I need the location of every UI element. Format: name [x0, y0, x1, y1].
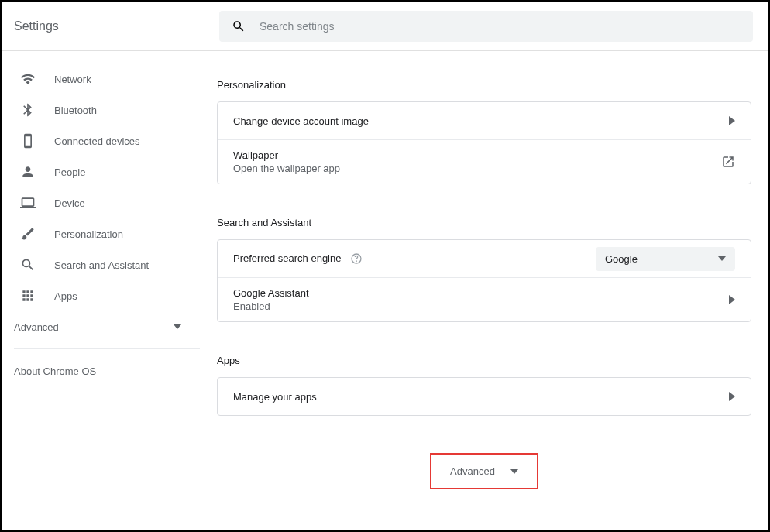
row-change-image[interactable]: Change device account image: [218, 102, 751, 139]
app-title: Settings: [14, 19, 219, 33]
chevron-right-icon: [729, 116, 735, 125]
sidebar-item-people[interactable]: People: [2, 156, 200, 187]
divider: [14, 348, 200, 349]
person-icon: [20, 164, 36, 180]
sidebar-item-apps[interactable]: Apps: [2, 280, 200, 311]
chevron-right-icon: [729, 392, 735, 401]
phone-icon: [20, 133, 36, 149]
sidebar-advanced-label: Advanced: [14, 321, 59, 333]
search-icon: [20, 257, 36, 273]
sidebar-item-label: Personalization: [54, 228, 123, 240]
sidebar-item-bluetooth[interactable]: Bluetooth: [2, 94, 200, 125]
sidebar-item-label: Device: [54, 197, 85, 209]
sidebar-item-network[interactable]: Network: [2, 63, 200, 94]
bluetooth-icon: [20, 102, 36, 118]
search-engine-select[interactable]: Google: [596, 247, 735, 271]
row-label: Preferred search engine: [233, 252, 341, 264]
brush-icon: [20, 226, 36, 242]
sidebar-advanced[interactable]: Advanced: [2, 311, 200, 342]
chevron-down-icon: [718, 256, 726, 261]
sidebar-item-search[interactable]: Search and Assistant: [2, 249, 200, 280]
search-icon: [232, 19, 246, 33]
chevron-right-icon: [729, 295, 735, 304]
apps-icon: [20, 288, 36, 304]
laptop-icon: [20, 195, 36, 211]
sidebar-about[interactable]: About Chrome OS: [2, 355, 200, 386]
chevron-down-icon: [510, 469, 518, 474]
sidebar-item-device[interactable]: Device: [2, 187, 200, 218]
search-input[interactable]: [260, 20, 741, 33]
sidebar-item-connected[interactable]: Connected devices: [2, 125, 200, 156]
launch-icon: [721, 155, 735, 169]
advanced-toggle[interactable]: Advanced: [430, 453, 538, 489]
search-card: Preferred search engine Google Google As…: [217, 239, 751, 322]
row-label: Manage your apps: [233, 391, 729, 403]
section-title-apps: Apps: [217, 342, 751, 377]
select-value: Google: [605, 253, 638, 265]
chevron-down-icon: [174, 324, 181, 329]
row-manage-apps[interactable]: Manage your apps: [218, 378, 751, 415]
row-label: Google Assistant: [233, 287, 729, 299]
sidebar-item-label: Network: [54, 74, 91, 85]
search-container[interactable]: [219, 11, 753, 42]
section-title-search: Search and Assistant: [217, 204, 751, 239]
sidebar-item-personalization[interactable]: Personalization: [2, 218, 200, 249]
header: Settings: [2, 2, 768, 51]
sidebar: Network Bluetooth Connected devices Peop…: [2, 51, 200, 530]
content: Personalization Change device account im…: [200, 51, 768, 530]
sidebar-item-label: Bluetooth: [54, 105, 97, 116]
advanced-toggle-label: Advanced: [450, 465, 495, 477]
row-sublabel: Open the wallpaper app: [233, 163, 721, 174]
sidebar-item-label: Search and Assistant: [54, 259, 149, 271]
sidebar-about-label: About Chrome OS: [14, 366, 96, 377]
sidebar-item-label: Apps: [54, 290, 77, 302]
apps-card: Manage your apps: [217, 377, 751, 416]
row-search-engine: Preferred search engine Google: [218, 240, 751, 277]
row-label: Wallpaper: [233, 149, 721, 161]
section-title-personalization: Personalization: [217, 67, 751, 101]
row-wallpaper[interactable]: Wallpaper Open the wallpaper app: [218, 139, 751, 184]
personalization-card: Change device account image Wallpaper Op…: [217, 101, 751, 184]
wifi-icon: [20, 71, 36, 87]
row-label: Change device account image: [233, 115, 729, 127]
sidebar-item-label: Connected devices: [54, 136, 140, 147]
sidebar-item-label: People: [54, 166, 85, 178]
row-sublabel: Enabled: [233, 300, 729, 312]
help-icon[interactable]: [350, 252, 363, 265]
svg-point-1: [356, 261, 357, 262]
row-assistant[interactable]: Google Assistant Enabled: [218, 277, 751, 321]
